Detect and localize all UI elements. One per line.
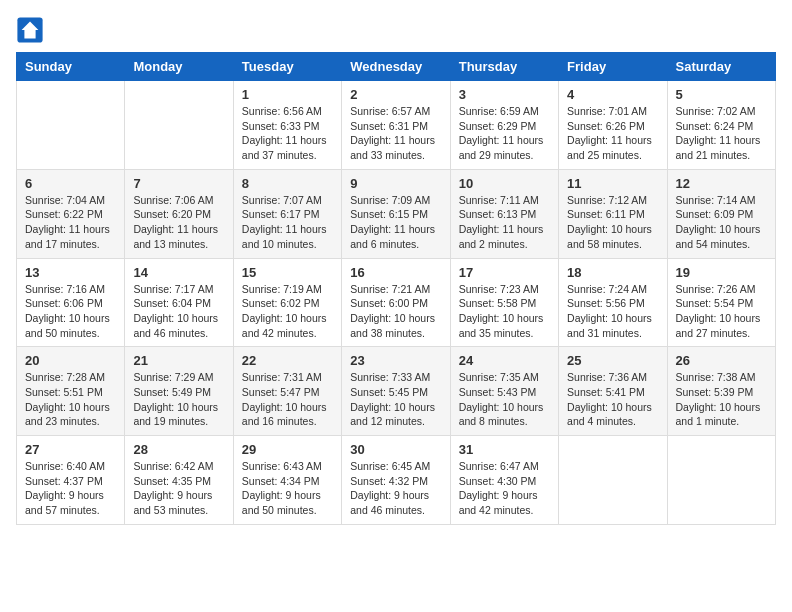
header-row: SundayMondayTuesdayWednesdayThursdayFrid… <box>17 53 776 81</box>
calendar-cell: 7Sunrise: 7:06 AM Sunset: 6:20 PM Daylig… <box>125 169 233 258</box>
week-row-2: 6Sunrise: 7:04 AM Sunset: 6:22 PM Daylig… <box>17 169 776 258</box>
calendar-cell: 23Sunrise: 7:33 AM Sunset: 5:45 PM Dayli… <box>342 347 450 436</box>
cell-info: Sunrise: 6:56 AM Sunset: 6:33 PM Dayligh… <box>242 104 333 163</box>
day-number: 30 <box>350 442 441 457</box>
cell-info: Sunrise: 6:42 AM Sunset: 4:35 PM Dayligh… <box>133 459 224 518</box>
cell-info: Sunrise: 7:24 AM Sunset: 5:56 PM Dayligh… <box>567 282 658 341</box>
cell-info: Sunrise: 6:59 AM Sunset: 6:29 PM Dayligh… <box>459 104 550 163</box>
calendar-cell: 29Sunrise: 6:43 AM Sunset: 4:34 PM Dayli… <box>233 436 341 525</box>
day-number: 16 <box>350 265 441 280</box>
calendar-cell: 6Sunrise: 7:04 AM Sunset: 6:22 PM Daylig… <box>17 169 125 258</box>
week-row-4: 20Sunrise: 7:28 AM Sunset: 5:51 PM Dayli… <box>17 347 776 436</box>
header <box>16 16 776 44</box>
calendar-cell: 24Sunrise: 7:35 AM Sunset: 5:43 PM Dayli… <box>450 347 558 436</box>
calendar-cell: 8Sunrise: 7:07 AM Sunset: 6:17 PM Daylig… <box>233 169 341 258</box>
day-header-friday: Friday <box>559 53 667 81</box>
calendar-cell <box>559 436 667 525</box>
calendar-cell: 1Sunrise: 6:56 AM Sunset: 6:33 PM Daylig… <box>233 81 341 170</box>
day-number: 1 <box>242 87 333 102</box>
day-number: 15 <box>242 265 333 280</box>
day-number: 12 <box>676 176 767 191</box>
calendar-cell: 4Sunrise: 7:01 AM Sunset: 6:26 PM Daylig… <box>559 81 667 170</box>
day-number: 31 <box>459 442 550 457</box>
day-header-sunday: Sunday <box>17 53 125 81</box>
day-number: 4 <box>567 87 658 102</box>
cell-info: Sunrise: 7:16 AM Sunset: 6:06 PM Dayligh… <box>25 282 116 341</box>
day-number: 22 <box>242 353 333 368</box>
cell-info: Sunrise: 7:12 AM Sunset: 6:11 PM Dayligh… <box>567 193 658 252</box>
calendar-cell: 10Sunrise: 7:11 AM Sunset: 6:13 PM Dayli… <box>450 169 558 258</box>
cell-info: Sunrise: 7:21 AM Sunset: 6:00 PM Dayligh… <box>350 282 441 341</box>
cell-info: Sunrise: 7:31 AM Sunset: 5:47 PM Dayligh… <box>242 370 333 429</box>
calendar-cell <box>667 436 775 525</box>
day-number: 7 <box>133 176 224 191</box>
cell-info: Sunrise: 6:57 AM Sunset: 6:31 PM Dayligh… <box>350 104 441 163</box>
day-number: 9 <box>350 176 441 191</box>
calendar-cell <box>125 81 233 170</box>
week-row-1: 1Sunrise: 6:56 AM Sunset: 6:33 PM Daylig… <box>17 81 776 170</box>
calendar-cell: 3Sunrise: 6:59 AM Sunset: 6:29 PM Daylig… <box>450 81 558 170</box>
cell-info: Sunrise: 6:47 AM Sunset: 4:30 PM Dayligh… <box>459 459 550 518</box>
cell-info: Sunrise: 7:07 AM Sunset: 6:17 PM Dayligh… <box>242 193 333 252</box>
calendar-cell: 31Sunrise: 6:47 AM Sunset: 4:30 PM Dayli… <box>450 436 558 525</box>
cell-info: Sunrise: 7:28 AM Sunset: 5:51 PM Dayligh… <box>25 370 116 429</box>
day-number: 21 <box>133 353 224 368</box>
cell-info: Sunrise: 7:14 AM Sunset: 6:09 PM Dayligh… <box>676 193 767 252</box>
calendar-cell: 11Sunrise: 7:12 AM Sunset: 6:11 PM Dayli… <box>559 169 667 258</box>
day-header-tuesday: Tuesday <box>233 53 341 81</box>
calendar-cell: 2Sunrise: 6:57 AM Sunset: 6:31 PM Daylig… <box>342 81 450 170</box>
cell-info: Sunrise: 7:04 AM Sunset: 6:22 PM Dayligh… <box>25 193 116 252</box>
logo <box>16 16 48 44</box>
day-number: 19 <box>676 265 767 280</box>
day-number: 14 <box>133 265 224 280</box>
cell-info: Sunrise: 7:26 AM Sunset: 5:54 PM Dayligh… <box>676 282 767 341</box>
day-number: 5 <box>676 87 767 102</box>
day-header-thursday: Thursday <box>450 53 558 81</box>
cell-info: Sunrise: 7:38 AM Sunset: 5:39 PM Dayligh… <box>676 370 767 429</box>
day-number: 28 <box>133 442 224 457</box>
day-number: 2 <box>350 87 441 102</box>
calendar-cell: 18Sunrise: 7:24 AM Sunset: 5:56 PM Dayli… <box>559 258 667 347</box>
day-number: 29 <box>242 442 333 457</box>
calendar-cell: 12Sunrise: 7:14 AM Sunset: 6:09 PM Dayli… <box>667 169 775 258</box>
day-number: 18 <box>567 265 658 280</box>
calendar-cell: 16Sunrise: 7:21 AM Sunset: 6:00 PM Dayli… <box>342 258 450 347</box>
cell-info: Sunrise: 7:06 AM Sunset: 6:20 PM Dayligh… <box>133 193 224 252</box>
day-number: 23 <box>350 353 441 368</box>
calendar-cell <box>17 81 125 170</box>
calendar-cell: 22Sunrise: 7:31 AM Sunset: 5:47 PM Dayli… <box>233 347 341 436</box>
calendar-cell: 17Sunrise: 7:23 AM Sunset: 5:58 PM Dayli… <box>450 258 558 347</box>
cell-info: Sunrise: 6:43 AM Sunset: 4:34 PM Dayligh… <box>242 459 333 518</box>
cell-info: Sunrise: 7:29 AM Sunset: 5:49 PM Dayligh… <box>133 370 224 429</box>
calendar-cell: 15Sunrise: 7:19 AM Sunset: 6:02 PM Dayli… <box>233 258 341 347</box>
calendar-cell: 20Sunrise: 7:28 AM Sunset: 5:51 PM Dayli… <box>17 347 125 436</box>
calendar-cell: 19Sunrise: 7:26 AM Sunset: 5:54 PM Dayli… <box>667 258 775 347</box>
cell-info: Sunrise: 7:33 AM Sunset: 5:45 PM Dayligh… <box>350 370 441 429</box>
day-number: 11 <box>567 176 658 191</box>
calendar-cell: 26Sunrise: 7:38 AM Sunset: 5:39 PM Dayli… <box>667 347 775 436</box>
day-header-monday: Monday <box>125 53 233 81</box>
day-number: 13 <box>25 265 116 280</box>
day-header-wednesday: Wednesday <box>342 53 450 81</box>
week-row-3: 13Sunrise: 7:16 AM Sunset: 6:06 PM Dayli… <box>17 258 776 347</box>
cell-info: Sunrise: 7:19 AM Sunset: 6:02 PM Dayligh… <box>242 282 333 341</box>
day-number: 26 <box>676 353 767 368</box>
calendar-cell: 30Sunrise: 6:45 AM Sunset: 4:32 PM Dayli… <box>342 436 450 525</box>
day-number: 27 <box>25 442 116 457</box>
cell-info: Sunrise: 7:23 AM Sunset: 5:58 PM Dayligh… <box>459 282 550 341</box>
day-number: 6 <box>25 176 116 191</box>
cell-info: Sunrise: 7:02 AM Sunset: 6:24 PM Dayligh… <box>676 104 767 163</box>
cell-info: Sunrise: 6:40 AM Sunset: 4:37 PM Dayligh… <box>25 459 116 518</box>
cell-info: Sunrise: 7:09 AM Sunset: 6:15 PM Dayligh… <box>350 193 441 252</box>
calendar-cell: 9Sunrise: 7:09 AM Sunset: 6:15 PM Daylig… <box>342 169 450 258</box>
cell-info: Sunrise: 7:11 AM Sunset: 6:13 PM Dayligh… <box>459 193 550 252</box>
day-number: 25 <box>567 353 658 368</box>
week-row-5: 27Sunrise: 6:40 AM Sunset: 4:37 PM Dayli… <box>17 436 776 525</box>
day-number: 3 <box>459 87 550 102</box>
cell-info: Sunrise: 7:35 AM Sunset: 5:43 PM Dayligh… <box>459 370 550 429</box>
calendar-cell: 28Sunrise: 6:42 AM Sunset: 4:35 PM Dayli… <box>125 436 233 525</box>
cell-info: Sunrise: 7:17 AM Sunset: 6:04 PM Dayligh… <box>133 282 224 341</box>
cell-info: Sunrise: 7:01 AM Sunset: 6:26 PM Dayligh… <box>567 104 658 163</box>
day-number: 10 <box>459 176 550 191</box>
cell-info: Sunrise: 7:36 AM Sunset: 5:41 PM Dayligh… <box>567 370 658 429</box>
